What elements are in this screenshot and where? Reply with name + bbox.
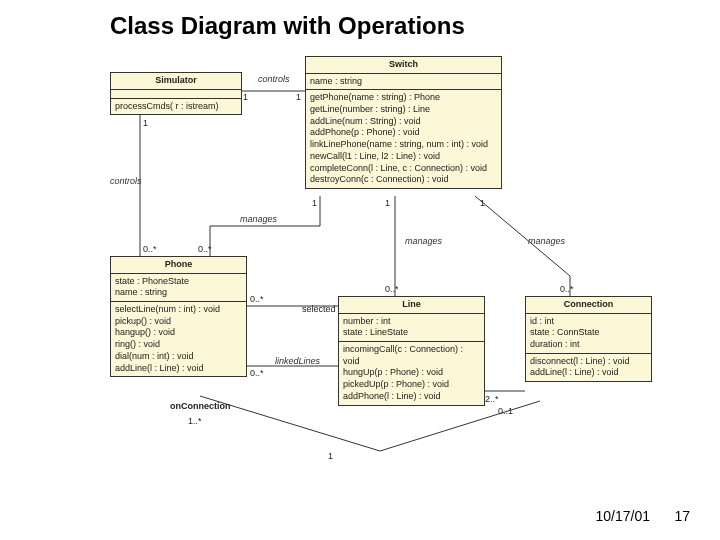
op: hungUp(p : Phone) : void xyxy=(343,367,480,379)
op: disconnect(l : Line) : void xyxy=(530,356,647,368)
attr: number : int xyxy=(343,316,480,328)
mult: 1 xyxy=(385,198,390,208)
op: addLine(l : Line) : void xyxy=(115,363,242,375)
op: incomingCall(c : Connection) : void xyxy=(343,344,480,367)
op: hangup() : void xyxy=(115,327,242,339)
op: addPhone(l : Line) : void xyxy=(343,391,480,403)
mult: 2..* xyxy=(485,394,499,404)
slide-page: 17 xyxy=(674,508,690,524)
op: newCall(l1 : Line, l2 : Line) : void xyxy=(310,151,497,163)
mult: 0..1 xyxy=(498,406,513,416)
class-operations: disconnect(l : Line) : void addLine(l : … xyxy=(526,354,651,381)
op: addPhone(p : Phone) : void xyxy=(310,127,497,139)
class-name: Line xyxy=(339,297,484,314)
mult: 1 xyxy=(296,92,301,102)
role-label: selected xyxy=(302,304,336,314)
op: addLine(l : Line) : void xyxy=(530,367,647,379)
class-name: Switch xyxy=(306,57,501,74)
class-attributes: number : int state : LineState xyxy=(339,314,484,342)
slide-date: 10/17/01 xyxy=(596,508,651,524)
mult: 0..* xyxy=(250,294,264,304)
assoc-label: manages xyxy=(528,236,565,246)
class-attributes xyxy=(111,90,241,99)
op: pickup() : void xyxy=(115,316,242,328)
class-attributes: id : int state : ConnState duration : in… xyxy=(526,314,651,354)
op: completeConn(l : Line, c : Connection) :… xyxy=(310,163,497,175)
class-operations: incomingCall(c : Connection) : void hung… xyxy=(339,342,484,404)
class-operations: selectLine(num : int) : void pickup() : … xyxy=(111,302,246,376)
mult: 0..* xyxy=(143,244,157,254)
uml-diagram: Simulator processCmds( r : istream) Swit… xyxy=(80,56,660,486)
mult: 1 xyxy=(143,118,148,128)
page-title: Class Diagram with Operations xyxy=(110,12,465,40)
mult: 1 xyxy=(328,451,333,461)
op: destroyConn(c : Connection) : void xyxy=(310,174,497,186)
op: selectLine(num : int) : void xyxy=(115,304,242,316)
op: ring() : void xyxy=(115,339,242,351)
op: dial(num : int) : void xyxy=(115,351,242,363)
attr: state : ConnState xyxy=(530,327,647,339)
mult: 1..* xyxy=(188,416,202,426)
class-connection: Connection id : int state : ConnState du… xyxy=(525,296,652,382)
class-operations: processCmds( r : istream) xyxy=(111,99,241,115)
role-label: linkedLines xyxy=(275,356,320,366)
attr: id : int xyxy=(530,316,647,328)
mult: 1 xyxy=(312,198,317,208)
mult: 0..* xyxy=(560,284,574,294)
op: getLine(number : string) : Line xyxy=(310,104,497,116)
class-line: Line number : int state : LineState inco… xyxy=(338,296,485,406)
svg-line-12 xyxy=(380,401,540,451)
class-name: Phone xyxy=(111,257,246,274)
op: addLine(num : String) : void xyxy=(310,116,497,128)
mult: 1 xyxy=(480,198,485,208)
op: processCmds( r : istream) xyxy=(115,101,237,113)
attr: name : string xyxy=(115,287,242,299)
attr: name : string xyxy=(310,76,497,88)
class-phone: Phone state : PhoneState name : string s… xyxy=(110,256,247,377)
class-switch: Switch name : string getPhone(name : str… xyxy=(305,56,502,189)
op: pickedUp(p : Phone) : void xyxy=(343,379,480,391)
assoc-label: manages xyxy=(240,214,277,224)
mult: 0..* xyxy=(385,284,399,294)
class-attributes: state : PhoneState name : string xyxy=(111,274,246,302)
attr: duration : int xyxy=(530,339,647,351)
class-name: Connection xyxy=(526,297,651,314)
role-label: onConnection xyxy=(170,401,231,411)
mult: 1 xyxy=(243,92,248,102)
assoc-label: manages xyxy=(405,236,442,246)
class-attributes: name : string xyxy=(306,74,501,91)
attr: state : LineState xyxy=(343,327,480,339)
class-operations: getPhone(name : string) : Phone getLine(… xyxy=(306,90,501,188)
attr: state : PhoneState xyxy=(115,276,242,288)
assoc-label: controls xyxy=(258,74,290,84)
mult: 0..* xyxy=(250,368,264,378)
op: getPhone(name : string) : Phone xyxy=(310,92,497,104)
class-name: Simulator xyxy=(111,73,241,90)
op: linkLinePhone(name : string, num : int) … xyxy=(310,139,497,151)
mult: 0..* xyxy=(198,244,212,254)
class-simulator: Simulator processCmds( r : istream) xyxy=(110,72,242,115)
assoc-label: controls xyxy=(110,176,142,186)
